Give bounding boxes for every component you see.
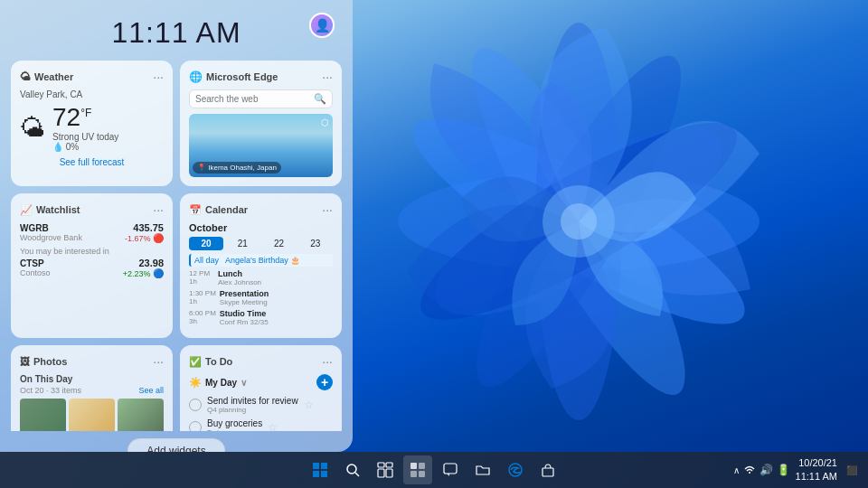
svg-rect-26 bbox=[542, 468, 553, 476]
chat-icon bbox=[442, 462, 458, 478]
edge-browser-button[interactable] bbox=[501, 455, 530, 484]
edge-search-bar[interactable]: 🔍 bbox=[189, 89, 333, 108]
todo-star-1[interactable]: ☆ bbox=[304, 399, 314, 411]
photos-grid bbox=[20, 399, 164, 431]
folder-icon bbox=[475, 462, 491, 478]
calendar-day-21[interactable]: 21 bbox=[225, 237, 259, 250]
store-icon bbox=[540, 462, 556, 478]
todo-task-1-text: Send invites for review bbox=[207, 396, 298, 406]
file-explorer-button[interactable] bbox=[468, 455, 497, 484]
widgets-button[interactable] bbox=[403, 455, 432, 484]
calendar-widget: 📅 Calendar ··· October 20 21 22 23 All d… bbox=[180, 193, 342, 338]
todo-title: ✅ To Do bbox=[189, 356, 232, 368]
windows-logo-icon bbox=[312, 462, 328, 478]
taskbar-time-display: 11:11 AM bbox=[796, 470, 837, 483]
svg-rect-23 bbox=[444, 464, 457, 474]
calendar-day-22[interactable]: 22 bbox=[262, 237, 297, 250]
photos-title: 🖼 Photos bbox=[20, 356, 67, 367]
system-tray[interactable]: ∧ 🔊 🔋 bbox=[733, 464, 790, 477]
svg-rect-19 bbox=[410, 463, 417, 469]
taskbar-search-button[interactable] bbox=[338, 455, 367, 484]
watchlist-widget: 📈 Watchlist ··· WGRB Woodgrove Bank 435.… bbox=[11, 193, 173, 338]
svg-rect-10 bbox=[321, 463, 327, 469]
photo-thumbnail-3[interactable] bbox=[118, 399, 164, 431]
user-avatar[interactable]: 👤 bbox=[309, 13, 335, 38]
svg-rect-11 bbox=[313, 471, 319, 477]
search-icon bbox=[344, 462, 361, 478]
calendar-day-20[interactable]: 20 bbox=[189, 237, 223, 250]
photos-more-button[interactable]: ··· bbox=[153, 354, 164, 369]
taskbar-right-area: ∧ 🔊 🔋 10/20/21 11:11 AM ⬛ bbox=[733, 456, 861, 484]
weather-widget: 🌤 Weather ··· Valley Park, CA 🌤 72°F Str… bbox=[11, 61, 173, 186]
task-view-button[interactable] bbox=[371, 455, 400, 484]
svg-rect-16 bbox=[386, 463, 392, 467]
edge-expand-icon[interactable]: ⬡ bbox=[321, 117, 329, 127]
watchlist-more-button[interactable]: ··· bbox=[153, 202, 164, 217]
widgets-panel: 11:11 AM 👤 🌤 Weather ··· Valley Park, CA… bbox=[0, 0, 353, 452]
calendar-event-lunch: 12 PM 1h Lunch Alex Johnson bbox=[189, 269, 333, 286]
start-button[interactable] bbox=[306, 455, 335, 484]
svg-line-14 bbox=[355, 473, 359, 476]
photo-thumbnail-2[interactable] bbox=[69, 399, 115, 431]
battery-icon[interactable]: 🔋 bbox=[777, 464, 790, 476]
edge-widget-title: 🌐 Microsoft Edge bbox=[189, 70, 278, 83]
photos-subtitle: On This Day bbox=[20, 374, 164, 384]
calendar-day-23[interactable]: 23 bbox=[298, 237, 333, 250]
edge-image-location: 📍 Ikema Ohashi, Japan bbox=[193, 162, 281, 174]
notification-button[interactable]: ⬛ bbox=[843, 465, 861, 475]
weather-more-button[interactable]: ··· bbox=[153, 70, 164, 84]
photo-thumbnail-1[interactable] bbox=[20, 399, 66, 431]
taskbar-center-icons bbox=[306, 455, 562, 484]
edge-search-input[interactable] bbox=[195, 94, 314, 104]
svg-rect-12 bbox=[321, 471, 327, 477]
clock-display: 11:11 AM 👤 bbox=[0, 0, 353, 61]
todo-add-button[interactable]: + bbox=[316, 374, 333, 390]
svg-rect-18 bbox=[386, 469, 392, 477]
weather-temperature: 72°F bbox=[52, 103, 91, 132]
taskbar-date: 10/20/21 bbox=[796, 456, 837, 470]
todo-checkbox-2[interactable] bbox=[189, 421, 202, 431]
calendar-day-strip: 20 21 22 23 bbox=[189, 237, 333, 250]
todo-checkbox-1[interactable] bbox=[189, 399, 202, 411]
wifi-icon[interactable] bbox=[743, 464, 756, 477]
photos-date: Oct 20 · 33 items bbox=[20, 386, 81, 395]
svg-point-8 bbox=[561, 203, 597, 239]
weather-description: Strong UV today bbox=[52, 132, 118, 142]
todo-my-day-header: ☀️ My Day ∨ + bbox=[189, 374, 333, 390]
weather-location: Valley Park, CA bbox=[20, 89, 164, 99]
svg-rect-21 bbox=[410, 471, 417, 477]
swirl-decoration bbox=[316, 0, 841, 452]
clock-time: 11:11 AM bbox=[0, 16, 353, 50]
todo-item-2: Buy groceries Todo ☆ bbox=[189, 418, 333, 431]
todo-star-2[interactable]: ☆ bbox=[268, 421, 278, 431]
widgets-icon bbox=[410, 462, 426, 478]
todo-item-1: Send invites for review Q4 planning ☆ bbox=[189, 396, 333, 414]
taskbar-clock[interactable]: 10/20/21 11:11 AM bbox=[796, 456, 837, 484]
taskbar: ∧ 🔊 🔋 10/20/21 11:11 AM ⬛ bbox=[0, 452, 868, 488]
edge-more-button[interactable]: ··· bbox=[322, 70, 333, 84]
stock-item-1[interactable]: WGRB Woodgrove Bank 435.75 -1.67% 🔴 bbox=[20, 222, 164, 243]
task-view-icon bbox=[377, 462, 393, 478]
todo-task-2-text: Buy groceries bbox=[207, 418, 262, 428]
svg-point-13 bbox=[347, 465, 356, 474]
watchlist-title: 📈 Watchlist bbox=[20, 204, 80, 216]
edge-widget: 🌐 Microsoft Edge ··· 🔍 📍 Ikema Ohashi, J… bbox=[180, 61, 342, 186]
calendar-more-button[interactable]: ··· bbox=[322, 202, 333, 217]
todo-more-button[interactable]: ··· bbox=[322, 354, 333, 369]
volume-icon[interactable]: 🔊 bbox=[760, 464, 773, 476]
calendar-title: 📅 Calendar bbox=[189, 204, 248, 216]
todo-widget: ✅ To Do ··· ☀️ My Day ∨ + Send invites f… bbox=[180, 345, 342, 431]
calendar-event-studio: 6:00 PM 3h Studio Time Conf Rm 32/35 bbox=[189, 309, 333, 326]
weather-forecast-link[interactable]: See full forecast bbox=[20, 157, 164, 167]
store-button[interactable] bbox=[533, 455, 562, 484]
chevron-up-icon[interactable]: ∧ bbox=[733, 465, 740, 475]
photos-see-all-link[interactable]: See all bbox=[138, 386, 164, 395]
edge-featured-image[interactable]: 📍 Ikema Ohashi, Japan ⬡ bbox=[189, 114, 333, 177]
search-icon: 🔍 bbox=[314, 93, 326, 105]
stock-item-2[interactable]: CTSP Contoso 23.98 +2.23% 🔵 bbox=[20, 258, 164, 278]
weather-precipitation: 💧 0% bbox=[52, 142, 118, 152]
svg-rect-22 bbox=[419, 471, 425, 477]
svg-rect-20 bbox=[419, 463, 425, 469]
add-widgets-button[interactable]: Add widgets bbox=[127, 438, 224, 452]
chat-button[interactable] bbox=[436, 455, 465, 484]
